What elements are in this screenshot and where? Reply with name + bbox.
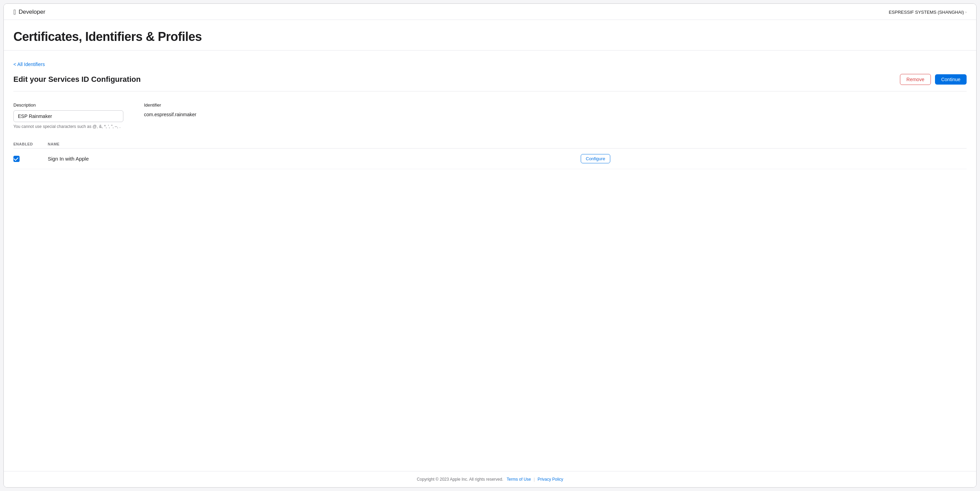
- footer: Copyright © 2023 Apple Inc. All rights r…: [4, 471, 976, 487]
- description-input[interactable]: [13, 110, 123, 122]
- continue-button[interactable]: Continue: [935, 74, 967, 84]
- identifier-label: Identifier: [144, 102, 197, 108]
- footer-links: Terms of Use | Privacy Policy: [507, 477, 563, 482]
- privacy-policy-link[interactable]: Privacy Policy: [538, 477, 563, 482]
- apple-logo-icon: : [13, 9, 16, 16]
- breadcrumb-all-identifiers[interactable]: < All Identifiers: [13, 62, 45, 67]
- copyright-text: Copyright © 2023 Apple Inc. All rights r…: [417, 477, 503, 482]
- developer-label: Developer: [19, 9, 45, 16]
- description-field: Description You cannot use special chara…: [13, 102, 123, 129]
- terms-of-use-link[interactable]: Terms of Use: [507, 477, 531, 482]
- table-row: Sign In with Apple Configure: [13, 148, 967, 169]
- header:  Developer ESPRESSIF SYSTEMS (SHANGHAI)…: [4, 4, 976, 20]
- configure-cell: Configure: [581, 148, 967, 169]
- header-button-group: Remove Continue: [900, 74, 967, 85]
- page-title: Certificates, Identifiers & Profiles: [13, 30, 967, 44]
- section-header: Edit your Services ID Configuration Remo…: [13, 74, 967, 91]
- checkbox-sign-in-with-apple[interactable]: [13, 156, 19, 162]
- table-header-row: ENABLED NAME: [13, 140, 967, 148]
- description-hint: You cannot use special characters such a…: [13, 124, 123, 129]
- col-action: [581, 140, 967, 148]
- form-row: Description You cannot use special chara…: [13, 102, 967, 129]
- section-title: Edit your Services ID Configuration: [13, 75, 140, 84]
- page-title-area: Certificates, Identifiers & Profiles: [4, 20, 976, 51]
- col-enabled: ENABLED: [13, 140, 48, 148]
- footer-separator: |: [534, 477, 535, 482]
- account-info[interactable]: ESPRESSIF SYSTEMS (SHANGHAI) ›: [889, 10, 967, 15]
- account-chevron-icon: ›: [965, 10, 967, 14]
- identifier-value: com.espressif.rainmaker: [144, 112, 197, 117]
- header-left:  Developer: [13, 9, 45, 16]
- capabilities-table: ENABLED NAME Sign In with Apple Configur…: [13, 140, 967, 169]
- description-label: Description: [13, 102, 123, 108]
- account-name: ESPRESSIF SYSTEMS (SHANGHAI): [889, 10, 964, 15]
- service-name-cell: Sign In with Apple: [48, 148, 581, 169]
- enabled-cell[interactable]: [13, 148, 48, 169]
- col-name: NAME: [48, 140, 581, 148]
- remove-button[interactable]: Remove: [900, 74, 931, 85]
- identifier-field: Identifier com.espressif.rainmaker: [144, 102, 197, 129]
- main-content: < All Identifiers Edit your Services ID …: [4, 51, 976, 471]
- configure-button[interactable]: Configure: [581, 154, 610, 163]
